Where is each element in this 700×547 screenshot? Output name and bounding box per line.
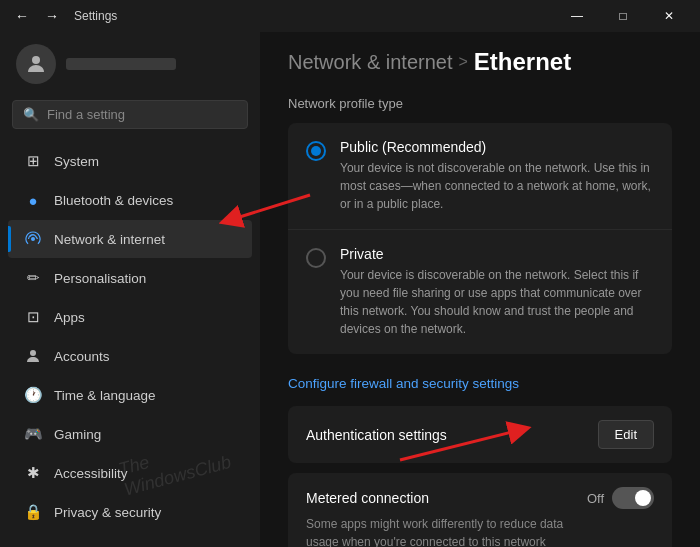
sidebar-item-gaming[interactable]: 🎮 Gaming (8, 415, 252, 453)
network-icon (24, 230, 42, 248)
sidebar-item-system-label: System (54, 154, 99, 169)
content-body: Network profile type Public (Recommended… (260, 96, 700, 547)
sidebar-item-apps[interactable]: ⊡ Apps (8, 298, 252, 336)
breadcrumb-parent[interactable]: Network & internet (288, 51, 453, 74)
toggle-thumb (635, 490, 651, 506)
system-icon: ⊞ (24, 152, 42, 170)
public-text-block: Public (Recommended) Your device is not … (340, 139, 654, 213)
toggle-container: Off (587, 487, 654, 509)
sidebar-item-personalisation-label: Personalisation (54, 271, 146, 286)
sidebar-item-accounts-label: Accounts (54, 349, 110, 364)
public-radio-inner (311, 146, 321, 156)
minimize-button[interactable]: — (554, 0, 600, 32)
search-icon: 🔍 (23, 107, 39, 122)
private-text-block: Private Your device is discoverable on t… (340, 246, 654, 338)
apps-icon: ⊡ (24, 308, 42, 326)
sidebar-item-gaming-label: Gaming (54, 427, 101, 442)
private-radio[interactable] (306, 248, 326, 268)
sidebar-item-time[interactable]: 🕐 Time & language (8, 376, 252, 414)
svg-point-1 (31, 237, 35, 241)
profile-name (66, 58, 176, 70)
sidebar-item-accessibility[interactable]: ✱ Accessibility (8, 454, 252, 492)
sidebar-item-network[interactable]: Network & internet (8, 220, 252, 258)
gaming-icon: 🎮 (24, 425, 42, 443)
private-option-title: Private (340, 246, 654, 262)
public-radio[interactable] (306, 141, 326, 161)
sidebar-item-network-label: Network & internet (54, 232, 165, 247)
sidebar-item-bluetooth-label: Bluetooth & devices (54, 193, 173, 208)
close-button[interactable]: ✕ (646, 0, 692, 32)
metered-toggle[interactable] (612, 487, 654, 509)
accessibility-icon: ✱ (24, 464, 42, 482)
sidebar-item-privacy[interactable]: 🔒 Privacy & security (8, 493, 252, 531)
auth-settings-row: Authentication settings Edit (288, 406, 672, 463)
breadcrumb-separator: > (459, 53, 468, 71)
sidebar-item-system[interactable]: ⊞ System (8, 142, 252, 180)
avatar (16, 44, 56, 84)
sidebar-item-accessibility-label: Accessibility (54, 466, 128, 481)
maximize-button[interactable]: □ (600, 0, 646, 32)
content-header: Network & internet > Ethernet (260, 32, 700, 96)
sidebar-item-time-label: Time & language (54, 388, 156, 403)
metered-row: Metered connection Off Some apps might w… (288, 473, 672, 547)
svg-point-0 (32, 56, 40, 64)
privacy-icon: 🔒 (24, 503, 42, 521)
breadcrumb-current: Ethernet (474, 48, 571, 76)
search-box[interactable]: 🔍 (12, 100, 248, 129)
main-layout: 🔍 ⊞ System ● Bluetooth & devices (0, 32, 700, 547)
svg-point-2 (30, 350, 36, 356)
back-button[interactable]: ← (8, 2, 36, 30)
breadcrumb: Network & internet > Ethernet (288, 48, 672, 76)
sidebar-item-privacy-label: Privacy & security (54, 505, 161, 520)
auth-settings-label: Authentication settings (306, 427, 586, 443)
sidebar-items: ⊞ System ● Bluetooth & devices Network &… (0, 141, 260, 539)
firewall-link[interactable]: Configure firewall and security settings (288, 376, 519, 391)
title-bar: ← → Settings — □ ✕ (0, 0, 700, 32)
sidebar-item-personalisation[interactable]: ✏ Personalisation (8, 259, 252, 297)
network-profile-card: Public (Recommended) Your device is not … (288, 123, 672, 354)
sidebar-item-apps-label: Apps (54, 310, 85, 325)
bluetooth-icon: ● (24, 191, 42, 209)
edit-button[interactable]: Edit (598, 420, 654, 449)
window-controls: — □ ✕ (554, 0, 692, 32)
personalisation-icon: ✏ (24, 269, 42, 287)
metered-header: Metered connection Off (306, 487, 654, 509)
time-icon: 🕐 (24, 386, 42, 404)
sidebar: 🔍 ⊞ System ● Bluetooth & devices (0, 32, 260, 547)
accounts-icon (24, 347, 42, 365)
firewall-link-row: Configure firewall and security settings (288, 364, 672, 402)
sidebar-item-update[interactable]: ↻ Windows Update (8, 532, 252, 539)
sidebar-profile (0, 32, 260, 100)
public-option-desc: Your device is not discoverable on the n… (340, 159, 654, 213)
sidebar-item-bluetooth[interactable]: ● Bluetooth & devices (8, 181, 252, 219)
content-area: Network & internet > Ethernet Network pr… (260, 32, 700, 547)
toggle-label: Off (587, 491, 604, 506)
public-option-row[interactable]: Public (Recommended) Your device is not … (288, 123, 672, 229)
private-option-row[interactable]: Private Your device is discoverable on t… (288, 229, 672, 354)
title-bar-nav: ← → (8, 2, 66, 30)
metered-title: Metered connection (306, 490, 429, 506)
sidebar-item-accounts[interactable]: Accounts (8, 337, 252, 375)
metered-desc: Some apps might work differently to redu… (306, 515, 586, 547)
window-title: Settings (74, 9, 117, 23)
forward-button[interactable]: → (38, 2, 66, 30)
section-label: Network profile type (288, 96, 672, 111)
public-option-title: Public (Recommended) (340, 139, 654, 155)
search-input[interactable] (47, 107, 237, 122)
title-bar-left: ← → Settings (8, 2, 117, 30)
private-option-desc: Your device is discoverable on the netwo… (340, 266, 654, 338)
